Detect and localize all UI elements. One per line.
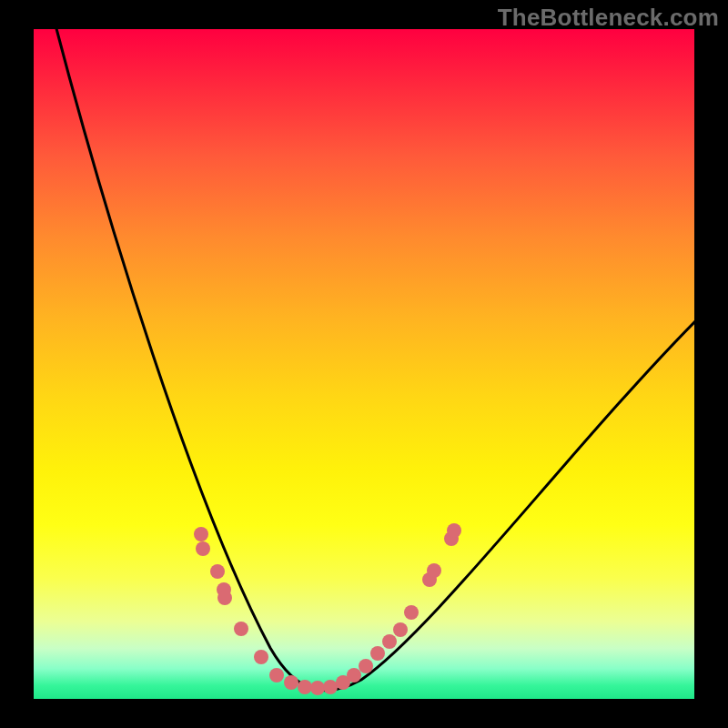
data-marker <box>269 668 284 682</box>
data-marker <box>254 650 268 664</box>
data-marker <box>382 634 397 649</box>
marker-group <box>194 523 461 695</box>
watermark-text: TheBottleneck.com <box>498 4 719 32</box>
data-marker <box>217 591 232 605</box>
data-marker <box>404 605 419 620</box>
data-marker <box>234 622 248 636</box>
data-marker <box>447 523 461 538</box>
data-marker <box>393 622 408 637</box>
chart-stage: TheBottleneck.com <box>0 0 728 728</box>
data-marker <box>196 541 210 556</box>
data-marker <box>370 646 385 661</box>
data-marker <box>359 659 373 673</box>
data-marker <box>284 675 298 690</box>
data-marker <box>210 564 225 579</box>
data-marker <box>323 680 338 694</box>
data-marker <box>427 563 441 578</box>
bottleneck-curve <box>55 22 696 691</box>
data-marker <box>298 680 312 694</box>
data-marker <box>194 527 208 541</box>
plot-area <box>34 29 694 699</box>
data-marker <box>310 681 325 695</box>
data-marker <box>347 668 361 682</box>
chart-svg <box>34 29 694 699</box>
